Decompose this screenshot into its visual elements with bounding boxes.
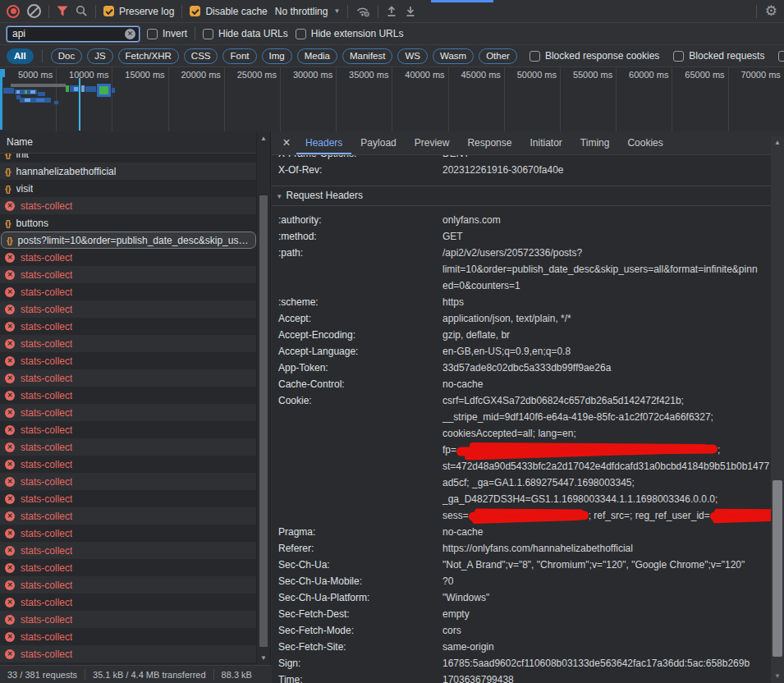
request-row[interactable]: {}init <box>0 154 257 163</box>
clear-network-log-button[interactable] <box>27 4 41 18</box>
request-row[interactable]: ✕stats-collect <box>0 576 257 594</box>
selection-line <box>79 78 80 131</box>
clear-filter-icon[interactable]: ✕ <box>125 29 135 39</box>
tab-payload[interactable]: Payload <box>351 131 405 154</box>
filter-chip-doc[interactable]: Doc <box>51 48 82 64</box>
request-name: stats-collect <box>21 321 72 332</box>
header-value: en-GB,en-US;q=0.9,en;q=0.8 <box>442 343 771 360</box>
request-row[interactable]: ✕stats-collect <box>0 352 257 369</box>
blocked-request-icon: ✕ <box>5 460 15 470</box>
tab-headers[interactable]: Headers <box>296 131 351 154</box>
scroll-down-icon[interactable]: ▼ <box>257 654 270 662</box>
filter-chip-js[interactable]: JS <box>87 48 112 64</box>
search-button[interactable] <box>76 5 88 17</box>
request-row[interactable]: ✕stats-collect <box>0 559 257 576</box>
request-row[interactable]: {}hannahelizabethofficial <box>0 163 257 180</box>
details-scrollbar[interactable]: ▲ ▼ <box>771 136 784 683</box>
request-row[interactable]: ✕stats-collect <box>0 542 257 559</box>
network-overview-timeline[interactable]: 5000 ms10000 ms15000 ms20000 ms25000 ms3… <box>0 67 784 132</box>
request-name: stats-collect <box>21 407 72 419</box>
blocked-requests-checkbox[interactable]: Blocked requests <box>673 50 764 62</box>
request-row[interactable]: {}visit <box>0 180 257 197</box>
request-row[interactable]: ✕stats-collect <box>0 611 257 628</box>
request-row[interactable]: ✕stats-collect <box>0 300 257 318</box>
close-details-button[interactable]: × <box>277 135 296 150</box>
disable-cache-checkbox[interactable]: Disable cache <box>190 6 267 17</box>
filter-chip-css[interactable]: CSS <box>184 48 218 64</box>
scroll-up-icon[interactable]: ▲ <box>771 139 784 146</box>
hide-extension-urls-checkbox[interactable]: Hide extension URLs <box>296 28 404 39</box>
scrollbar-thumb[interactable] <box>773 480 782 657</box>
request-row[interactable]: {}posts?limit=10&order=publish_date_desc… <box>1 231 256 249</box>
filter-chip-manifest[interactable]: Manifest <box>342 48 392 64</box>
header-value: gzip, deflate, br <box>442 327 771 343</box>
request-row[interactable]: ✕stats-collect <box>0 525 257 542</box>
request-row[interactable]: ✕stats-collect <box>0 421 257 438</box>
preserve-log-checkbox[interactable]: Preserve log <box>103 6 174 17</box>
header-row: Time:1703636799438 <box>272 672 771 683</box>
tab-initiator[interactable]: Initiator <box>520 131 571 154</box>
tab-preview[interactable]: Preview <box>406 131 459 154</box>
hide-data-urls-checkbox[interactable]: Hide data URLs <box>203 28 288 39</box>
request-row[interactable]: ✕stats-collect <box>0 645 257 662</box>
request-row[interactable]: ✕stats-collect <box>0 490 257 507</box>
tab-response[interactable]: Response <box>458 131 520 154</box>
filter-chip-ws[interactable]: WS <box>397 48 428 64</box>
blocked-request-icon: ✕ <box>5 546 15 556</box>
waterfall-bar <box>66 85 69 92</box>
request-row[interactable]: ✕stats-collect <box>0 266 257 283</box>
header-row: Sign:16785:5aad9602cf110608b03133de56364… <box>272 655 771 672</box>
throttling-select[interactable]: No throttling ▼ <box>275 6 341 17</box>
request-row[interactable]: ✕stats-collect <box>0 369 257 387</box>
settings-gear-icon[interactable]: ⚙ <box>765 4 777 18</box>
request-row[interactable]: ✕stats-collect <box>0 197 257 214</box>
header-value-line: empty <box>442 606 771 622</box>
filter-toggle-button[interactable] <box>57 6 68 16</box>
filter-chip-font[interactable]: Font <box>222 48 256 64</box>
filter-chip-fetch-xhr[interactable]: Fetch/XHR <box>118 48 179 64</box>
blocked-response-cookies-checkbox[interactable]: Blocked response cookies <box>530 50 659 62</box>
request-row[interactable]: ✕stats-collect <box>0 628 257 645</box>
scroll-down-icon[interactable]: ▼ <box>771 672 784 680</box>
blocked-request-icon: ✕ <box>5 632 15 642</box>
header-name: Accept-Encoding: <box>278 327 442 343</box>
request-row[interactable]: ✕stats-collect <box>0 318 257 335</box>
request-row[interactable]: {}buttons <box>0 214 257 231</box>
request-row[interactable]: ✕stats-collect <box>0 456 257 473</box>
invert-checkbox[interactable]: Invert <box>147 28 187 39</box>
filter-chip-media[interactable]: Media <box>297 48 337 64</box>
record-network-log-button[interactable] <box>7 5 20 18</box>
request-headers-section-header[interactable]: ▾Request Headers <box>272 186 771 206</box>
request-row[interactable]: ✕stats-collect <box>0 335 257 352</box>
request-row[interactable]: ✕stats-collect <box>0 404 257 421</box>
request-row[interactable]: ✕stats-collect <box>0 594 257 611</box>
scrollbar-thumb[interactable] <box>259 195 268 647</box>
requests-scrollbar[interactable]: ▲ ▼ <box>256 131 270 665</box>
tab-timing[interactable]: Timing <box>571 131 619 154</box>
network-conditions-button[interactable] <box>355 5 370 17</box>
request-row[interactable]: ✕stats-collect <box>0 387 257 404</box>
checkbox-unchecked <box>778 51 784 62</box>
request-row[interactable]: ✕stats-collect <box>0 473 257 490</box>
header-row: Sec-Fetch-Mode:cors <box>272 622 771 639</box>
3rd-party-requests-checkbox[interactable]: 3rd-party requests <box>778 50 784 62</box>
request-row[interactable]: ✕stats-collect <box>0 507 257 525</box>
request-name: stats-collect <box>21 373 72 384</box>
request-row[interactable]: ✕stats-collect <box>0 283 257 300</box>
request-row[interactable]: ✕stats-collect <box>0 438 257 456</box>
filter-chip-wasm[interactable]: Wasm <box>433 48 474 64</box>
import-har-button[interactable] <box>405 5 416 17</box>
timeline-tick-label: 15000 ms <box>111 70 165 80</box>
waterfall-bar <box>16 90 20 94</box>
request-name: buttons <box>16 218 48 229</box>
blocked-request-icon: ✕ <box>5 305 15 314</box>
tab-cookies[interactable]: Cookies <box>618 131 672 154</box>
request-row[interactable]: ✕stats-collect <box>0 249 257 266</box>
scroll-up-icon[interactable]: ▲ <box>257 135 270 142</box>
name-column-header[interactable]: Name <box>0 131 270 154</box>
filter-input[interactable]: api ✕ <box>7 26 140 42</box>
filter-chip-all[interactable]: All <box>7 48 34 64</box>
filter-chip-other[interactable]: Other <box>479 48 517 64</box>
filter-chip-img[interactable]: Img <box>262 48 292 64</box>
export-har-button[interactable] <box>386 5 397 17</box>
